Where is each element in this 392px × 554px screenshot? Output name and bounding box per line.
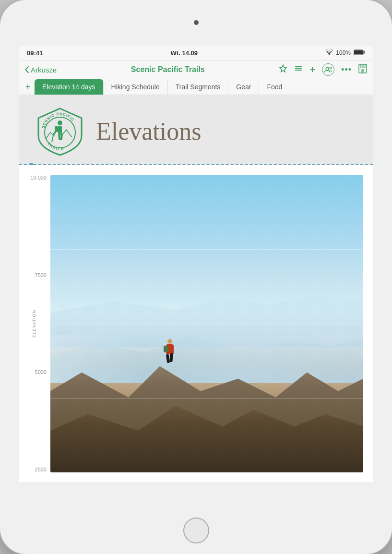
y-tick-5000: 5000 (35, 369, 47, 375)
tab-elevation[interactable]: Elevation 14 days (35, 79, 104, 95)
y-tick-2500: 2500 (35, 467, 47, 472)
svg-rect-13 (58, 126, 62, 133)
back-label: Arkusze (31, 66, 57, 74)
svg-point-12 (58, 120, 62, 125)
grid-line-5000 (50, 324, 363, 324)
page-header: SCENIC PACIFIC TRAILS Elevations (19, 95, 373, 165)
format-icon[interactable] (294, 64, 303, 75)
tab-trail[interactable]: Trail Segments (168, 79, 229, 95)
page-title: Elevations (96, 117, 202, 145)
main-content: SCENIC PACIFIC TRAILS Elevations (19, 95, 373, 518)
add-tab-icon: + (25, 82, 31, 92)
hiker-figure (163, 323, 178, 359)
toolbar-icons: + ••• (279, 63, 367, 76)
y-tick-7500: 7500 (35, 272, 47, 278)
svg-rect-15 (58, 133, 60, 140)
ipad-device: 09:41 Wt. 14.09 100% (0, 0, 392, 554)
svg-point-6 (326, 67, 329, 70)
status-time: 09:41 (27, 49, 43, 57)
svg-rect-5 (295, 70, 302, 71)
elevation-chart[interactable]: ELEVATION 10 000 7500 5000 2500 (19, 165, 373, 482)
y-tick-10000: 10 000 (30, 175, 47, 181)
tab-elevation-label: Elevation 14 days (42, 83, 95, 91)
svg-rect-3 (295, 66, 302, 67)
y-axis-label: ELEVATION (32, 310, 36, 337)
svg-rect-9 (361, 69, 364, 72)
mountain-photo (50, 175, 363, 472)
svg-point-7 (330, 67, 332, 69)
tab-hiking[interactable]: Hiking Schedule (104, 79, 168, 95)
y-axis: ELEVATION 10 000 7500 5000 2500 (24, 175, 50, 472)
battery-icon (354, 48, 365, 57)
add-icon[interactable]: + (309, 64, 315, 75)
y-axis-label-container: ELEVATION (29, 310, 37, 337)
logo: SCENIC PACIFIC TRAILS (34, 105, 86, 157)
add-tab-button[interactable]: + (21, 80, 35, 94)
status-right: 100% (325, 48, 365, 57)
tab-bar: + Elevation 14 days Hiking Schedule Trai… (19, 79, 373, 95)
svg-rect-2 (354, 50, 363, 54)
front-camera (194, 20, 199, 25)
toolbar: Arkusze Scenic Pacific Trails + (19, 60, 373, 79)
grid-line-7500 (50, 249, 363, 250)
collaborate-icon[interactable] (322, 63, 334, 76)
svg-rect-4 (295, 68, 302, 69)
screen: 09:41 Wt. 14.09 100% (19, 46, 373, 518)
save-icon[interactable] (358, 64, 367, 76)
status-bar: 09:41 Wt. 14.09 100% (19, 46, 373, 60)
mist-layer (50, 335, 363, 383)
home-button[interactable] (183, 518, 209, 543)
document-title: Scenic Pacific Trails (59, 65, 276, 74)
svg-rect-10 (362, 65, 364, 67)
wifi-icon (325, 49, 333, 57)
svg-point-0 (329, 54, 330, 55)
status-date: Wt. 14.09 (171, 49, 198, 57)
tab-food[interactable]: Food (259, 79, 290, 95)
tab-food-label: Food (267, 83, 282, 91)
pin-icon[interactable] (279, 64, 287, 75)
tab-hiking-label: Hiking Schedule (111, 83, 160, 91)
battery-percentage: 100% (336, 49, 351, 56)
tab-gear[interactable]: Gear (228, 79, 259, 95)
tab-trail-label: Trail Segments (176, 83, 221, 91)
back-button[interactable]: Arkusze (25, 66, 57, 74)
tab-gear-label: Gear (236, 83, 251, 91)
grid-line-2500 (50, 398, 363, 398)
chart-area (50, 175, 363, 472)
more-icon[interactable]: ••• (341, 65, 352, 75)
